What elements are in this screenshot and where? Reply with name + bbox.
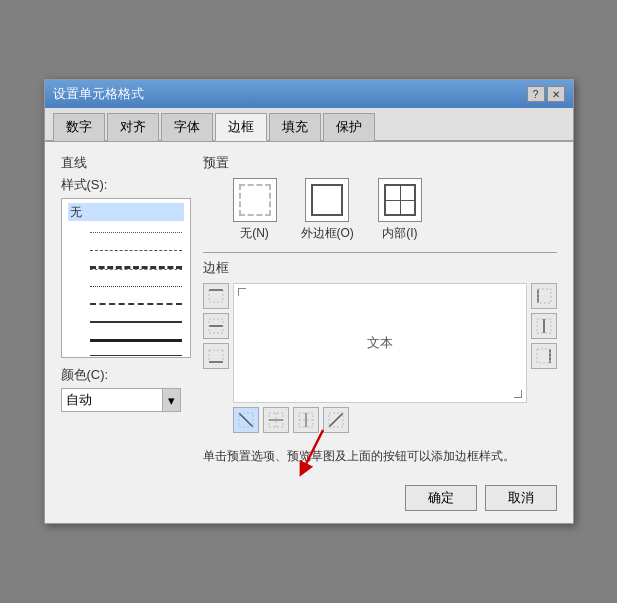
icon-outer-inner [311,184,343,216]
preset-inner-icon[interactable] [378,178,422,222]
line-medium-dashed[interactable] [68,297,184,311]
tab-protect[interactable]: 保护 [323,113,375,141]
preset-none-icon[interactable] [233,178,277,222]
border-preview-box[interactable]: 文本 [233,283,527,403]
line-sample-meduim-dashed [90,298,182,310]
corner-br [514,390,522,398]
border-bottom-btn[interactable] [203,343,229,369]
preset-inner-btn[interactable]: 内部(I) [378,178,422,242]
border-preview-area: 文本 [203,283,557,403]
line-sample-solid-medium [90,316,182,328]
format-cells-dialog: 设置单元格格式 ? ✕ 数字 对齐 字体 边框 填充 保护 直线 样式(S): … [44,79,574,524]
left-border-buttons [203,283,229,403]
border-hmiddle-btn[interactable] [203,313,229,339]
separator [203,252,557,253]
svg-rect-15 [537,349,550,363]
tab-border[interactable]: 边框 [215,113,267,141]
line-solid-thick[interactable] [68,333,184,347]
line-section-label: 直线 [61,154,191,172]
preset-buttons: 无(N) 外边框(O) 内部(I) [233,178,557,242]
border-diag-down-btn[interactable] [233,407,259,433]
border-right-icon [536,348,552,364]
dialog-body: 直线 样式(S): 无 [45,142,573,477]
line-dotted-2[interactable] [68,243,184,257]
svg-line-27 [303,430,323,470]
border-vmiddle-btn[interactable] [531,313,557,339]
ok-button[interactable]: 确定 [405,485,477,511]
preview-text: 文本 [367,334,393,352]
line-dash-dot-dot[interactable] [68,279,184,293]
border-top-icon [208,288,224,304]
cancel-button[interactable]: 取消 [485,485,557,511]
line-sample-double [90,352,182,358]
preset-outer-btn[interactable]: 外边框(O) [301,178,354,242]
border-inner-h-btn[interactable] [263,407,289,433]
border-section-title: 边框 [203,259,557,277]
preset-title: 预置 [203,154,557,172]
line-sample-dashdotdot [90,280,182,292]
preset-outer-icon[interactable] [305,178,349,222]
hint-area: 单击预置选项、预览草图及上面的按钮可以添加边框样式。 [203,447,557,465]
line-none[interactable]: 无 [68,203,184,221]
svg-line-16 [239,413,253,427]
bottom-border-buttons [233,407,557,433]
help-button[interactable]: ? [527,86,545,102]
line-sample-dotted1 [90,226,182,238]
diag-down-icon [238,412,254,428]
red-arrow-icon [293,425,353,485]
color-dropdown-arrow[interactable]: ▾ [162,389,180,411]
line-solid-medium[interactable] [68,315,184,329]
inner-h-icon [268,412,284,428]
right-panel: 预置 无(N) 外边框(O) [203,154,557,465]
right-border-buttons [531,283,557,403]
color-value: 自动 [62,391,162,409]
svg-rect-11 [538,289,551,303]
border-right-btn[interactable] [531,343,557,369]
tab-fill[interactable]: 填充 [269,113,321,141]
left-panel: 直线 样式(S): 无 [61,154,191,465]
tab-bar: 数字 对齐 字体 边框 填充 保护 [45,108,573,142]
border-left-icon [536,288,552,304]
title-bar: 设置单元格格式 ? ✕ [45,80,573,108]
preset-none-label: 无(N) [240,225,269,242]
preset-inner-label: 内部(I) [382,225,417,242]
dialog-title: 设置单元格格式 [53,85,144,103]
none-label: 无 [70,204,90,221]
border-left-btn[interactable] [531,283,557,309]
icon-none-inner [239,184,271,216]
main-layout: 直线 样式(S): 无 [61,154,557,465]
preset-outer-label: 外边框(O) [301,225,354,242]
border-hmiddle-icon [208,318,224,334]
corner-tl [238,288,246,296]
line-double[interactable] [68,351,184,358]
close-button[interactable]: ✕ [547,86,565,102]
line-none-sample [90,206,182,218]
hint-text: 单击预置选项、预览草图及上面的按钮可以添加边框样式。 [203,447,557,465]
style-label: 样式(S): [61,176,191,194]
line-dotted-1[interactable] [68,225,184,239]
line-sample-dashdot [90,262,182,274]
line-dash-dot[interactable] [68,261,184,275]
line-sample-dotted2 [90,244,182,256]
preset-section: 预置 无(N) 外边框(O) [203,154,557,242]
line-sample-thick [90,334,182,346]
title-bar-controls: ? ✕ [527,86,565,102]
tab-number[interactable]: 数字 [53,113,105,141]
tab-align[interactable]: 对齐 [107,113,159,141]
line-style-listbox[interactable]: 无 [61,198,191,358]
border-top-btn[interactable] [203,283,229,309]
color-select[interactable]: 自动 ▾ [61,388,181,412]
border-bottom-icon [208,348,224,364]
color-label: 颜色(C): [61,366,191,384]
icon-inner-inner [384,184,416,216]
tab-font[interactable]: 字体 [161,113,213,141]
border-vmiddle-icon [536,318,552,334]
preset-none-btn[interactable]: 无(N) [233,178,277,242]
